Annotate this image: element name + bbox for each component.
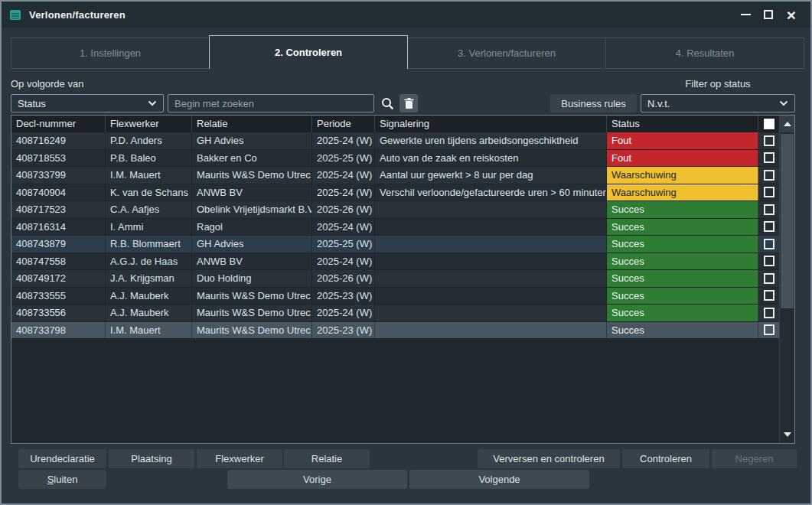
cell-periode: 2025-24 (W)	[312, 167, 375, 184]
tab-instellingen[interactable]: 1. Instellingen	[11, 37, 210, 69]
status-badge: Succes	[607, 305, 758, 321]
maximize-button[interactable]	[757, 4, 780, 25]
table-row[interactable]: 408718553 P.B. Baleo Bakker en Co 2025-2…	[11, 150, 780, 168]
declarations-table: Decl-nummer Flexwerker Relatie Periode S…	[11, 115, 795, 444]
verversen-en-controleren-button[interactable]: Verversen en controleren	[478, 449, 620, 468]
tab-resultaten[interactable]: 4. Resultaten	[605, 37, 804, 69]
tab-verlonen-factureren[interactable]: 3. Verlonen/factureren	[407, 37, 606, 69]
window-title: Verlonen/factureren	[29, 9, 126, 21]
select-all-checkbox[interactable]	[764, 119, 774, 129]
cell-decl-nummer: 408733556	[11, 305, 106, 321]
row-checkbox[interactable]	[764, 135, 774, 146]
minimize-button[interactable]	[734, 4, 757, 25]
search-input[interactable]	[168, 94, 374, 112]
business-rules-button[interactable]: Business rules	[550, 94, 637, 112]
scroll-up-button[interactable]	[780, 116, 794, 132]
column-header-relatie[interactable]: Relatie	[192, 116, 312, 132]
cell-periode: 2025-26 (W)	[312, 201, 375, 218]
row-checkbox[interactable]	[764, 204, 774, 215]
row-checkbox-cell	[758, 132, 780, 149]
sluiten-button[interactable]: Sluiten	[18, 470, 106, 489]
table-row[interactable]: 408740904 K. van de Schans ANWB BV 2025-…	[11, 184, 780, 202]
trash-icon	[404, 98, 414, 109]
negeren-button: Negeren	[712, 449, 797, 468]
maximize-icon	[764, 10, 773, 19]
row-checkbox-cell	[758, 219, 780, 236]
table-row[interactable]: 408733555 A.J. Mauberk Maurits W&S Demo …	[11, 288, 780, 305]
column-header-decl-nummer[interactable]: Decl-nummer	[11, 116, 106, 132]
row-checkbox-cell	[758, 322, 780, 339]
volgende-button[interactable]: Volgende	[409, 470, 589, 489]
row-checkbox-cell	[758, 288, 780, 305]
cell-decl-nummer: 408740904	[11, 184, 106, 201]
cell-relatie: Duo Holding	[192, 270, 312, 287]
cell-signalering	[375, 201, 607, 218]
cell-flexwerker: J.A. Krijgsman	[106, 270, 192, 287]
table-row[interactable]: 408716314 I. Ammi Ragol 2025-24 (W) Succ…	[11, 219, 780, 236]
cell-signalering: Verschil verloonde/gefactureerde uren > …	[375, 184, 607, 201]
row-checkbox[interactable]	[764, 256, 774, 266]
controleren-button[interactable]: Controleren	[622, 449, 709, 468]
status-badge: Succes	[607, 288, 758, 305]
cell-decl-nummer: 408718553	[11, 150, 106, 167]
search-button[interactable]	[377, 94, 397, 112]
row-checkbox[interactable]	[764, 308, 774, 318]
cell-relatie: Obelink Vrijetijdsmarkt B.V.	[192, 201, 312, 218]
table-body: 408716249 P.D. Anders GH Advies 2025-24 …	[11, 132, 780, 339]
status-badge: Succes	[607, 253, 758, 270]
flexwerker-button[interactable]: Flexwerker	[197, 449, 282, 468]
table-row[interactable]: 408749172 J.A. Krijgsman Duo Holding 202…	[11, 270, 780, 288]
row-checkbox[interactable]	[764, 221, 774, 232]
column-header-status[interactable]: Status	[607, 116, 758, 132]
cell-signalering	[375, 305, 607, 321]
cell-decl-nummer: 408749172	[11, 270, 106, 287]
cell-periode: 2025-24 (W)	[312, 132, 375, 149]
column-header-flexwerker[interactable]: Flexwerker	[106, 116, 192, 132]
sort-dropdown[interactable]: Status	[11, 94, 164, 112]
chevron-down-icon	[148, 100, 157, 106]
tab-controleren[interactable]: 2. Controleren	[209, 35, 408, 69]
cell-periode: 2025-24 (W)	[312, 253, 375, 270]
status-filter-value: N.v.t.	[647, 98, 670, 109]
cell-relatie: GH Advies	[192, 236, 312, 252]
table-row[interactable]: 408717523 C.A. Aafjes Obelink Vrijetijds…	[11, 201, 780, 219]
table-row[interactable]: 408743879 R.B. Blommaert GH Advies 2025-…	[11, 236, 780, 253]
column-header-signalering[interactable]: Signalering	[375, 116, 607, 132]
table-row[interactable]: 408733798 I.M. Mauert Maurits W&S Demo U…	[11, 322, 780, 340]
urendeclaratie-button[interactable]: Urendeclaratie	[18, 449, 106, 468]
status-badge: Fout	[607, 150, 758, 167]
row-checkbox[interactable]	[764, 324, 774, 335]
row-checkbox[interactable]	[764, 170, 774, 181]
cell-relatie: ANWB BV	[192, 184, 312, 201]
cell-signalering: Aantal uur gewerkt > 8 uur per dag	[375, 167, 607, 184]
row-checkbox-cell	[758, 270, 780, 287]
table-row[interactable]: 408733799 I.M. Mauert Maurits W&S Demo U…	[11, 167, 780, 184]
row-checkbox[interactable]	[764, 239, 774, 249]
table-row[interactable]: 408716249 P.D. Anders GH Advies 2025-24 …	[11, 132, 780, 150]
status-filter-dropdown[interactable]: N.v.t.	[641, 94, 795, 112]
scrollbar-thumb[interactable]	[781, 134, 794, 308]
titlebar: Verlonen/factureren ×	[2, 2, 810, 28]
row-checkbox[interactable]	[764, 152, 774, 163]
cell-relatie: Bakker en Co	[192, 150, 312, 167]
row-checkbox[interactable]	[764, 290, 774, 301]
clear-search-button[interactable]	[399, 94, 418, 112]
close-icon: ×	[787, 7, 796, 23]
table-row[interactable]: 408747558 A.G.J. de Haas ANWB BV 2025-24…	[11, 253, 780, 271]
row-checkbox[interactable]	[764, 187, 774, 197]
search-icon	[381, 97, 394, 110]
scroll-down-button[interactable]	[780, 426, 794, 443]
cell-periode: 2025-23 (W)	[312, 288, 375, 305]
relatie-button[interactable]: Relatie	[284, 449, 370, 468]
plaatsing-button[interactable]: Plaatsing	[109, 449, 194, 468]
close-button[interactable]: ×	[780, 4, 803, 25]
table-row[interactable]: 408733556 A.J. Mauberk Maurits W&S Demo …	[11, 305, 780, 322]
table-header: Decl-nummer Flexwerker Relatie Periode S…	[11, 116, 780, 132]
column-header-periode[interactable]: Periode	[312, 116, 375, 132]
cell-flexwerker: P.D. Anders	[106, 132, 192, 149]
row-checkbox[interactable]	[764, 273, 774, 284]
vertical-scrollbar[interactable]	[779, 116, 794, 443]
cell-flexwerker: I.M. Mauert	[106, 167, 192, 184]
cell-signalering	[375, 288, 607, 305]
vorige-button[interactable]: Vorige	[227, 470, 407, 489]
